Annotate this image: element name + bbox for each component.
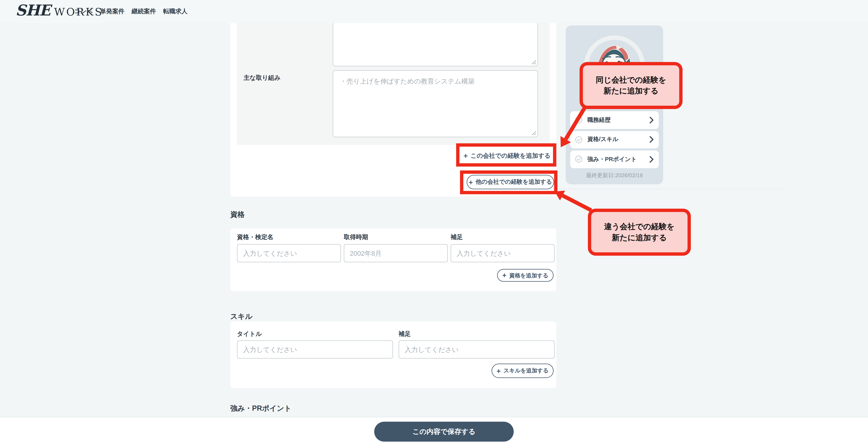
sidebar-item-label: 職務経歴: [587, 116, 611, 124]
callout-line: 新たに追加する: [612, 232, 667, 243]
sidebar-item-label: 資格/スキル: [587, 136, 619, 144]
last-updated-text: 最終更新日:2026/02/16: [566, 171, 663, 179]
strengths-heading: 強み・PRポイント: [230, 404, 291, 413]
sidebar-item-label: 強み・PRポイント: [587, 155, 637, 163]
main-nav: コンペ 単発案件 継続案件 転職求人: [74, 7, 188, 15]
nav-item-compe[interactable]: コンペ: [74, 7, 93, 15]
skill-note-label: 補足: [399, 330, 411, 338]
add-qualification-button[interactable]: + 資格を追加する: [497, 269, 554, 282]
top-navigation-bar: SHE WORKS コンペ 単発案件 継続案件 転職求人: [0, 0, 868, 23]
annotation-box-other-company: [460, 170, 557, 194]
page: 主な取り組み + この会社での経験を追加する + 他の会社での経験を追加する 資…: [0, 0, 868, 444]
chevron-right-icon: [649, 156, 654, 162]
qualification-date-input-wrap: [344, 244, 448, 262]
plus-icon: +: [502, 272, 506, 279]
add-qualification-label: 資格を追加する: [509, 272, 548, 279]
skill-note-input-wrap: [399, 341, 555, 359]
experience-detail-textarea[interactable]: [333, 22, 538, 66]
main-initiatives-textarea-wrap: [333, 70, 538, 137]
main-initiatives-label: 主な取り組み: [244, 73, 280, 82]
skill-title-input-wrap: [237, 341, 393, 359]
sidebar-item-career-history[interactable]: 職務経歴: [570, 111, 659, 129]
skill-title-label: タイトル: [237, 330, 262, 338]
chevron-right-icon: [649, 136, 654, 143]
experience-detail-textarea-wrap: [333, 22, 538, 66]
nav-item-job-offers[interactable]: 転職求人: [163, 7, 188, 15]
logo-she-text: SHE: [16, 2, 50, 19]
callout-line: 新たに追加する: [604, 86, 659, 96]
check-circle-icon: [575, 136, 582, 143]
main-initiatives-textarea[interactable]: [333, 70, 538, 137]
qualification-name-input-wrap: [237, 244, 341, 262]
qualification-note-input-wrap: [451, 244, 555, 262]
save-button[interactable]: この内容で保存する: [374, 422, 514, 442]
qualification-date-label: 取得時期: [344, 233, 368, 241]
nav-item-single-projects[interactable]: 単発案件: [100, 7, 124, 15]
skill-note-input[interactable]: [399, 341, 555, 359]
nav-item-ongoing-projects[interactable]: 継続案件: [131, 7, 156, 15]
check-circle-icon: [575, 116, 582, 123]
qualifications-heading: 資格: [230, 210, 245, 220]
qualification-name-input[interactable]: [237, 244, 341, 262]
callout-same-company: 同じ会社での経験を 新たに追加する: [580, 62, 683, 109]
skill-title-input[interactable]: [237, 341, 393, 359]
callout-line: 違う会社での経験を: [604, 221, 675, 232]
plus-icon: +: [497, 367, 501, 374]
skills-heading: スキル: [230, 312, 252, 321]
sidebar-item-qualifications-skills[interactable]: 資格/スキル: [570, 131, 659, 149]
add-skill-button[interactable]: + スキルを追加する: [492, 363, 554, 378]
check-circle-icon: [575, 156, 582, 163]
save-bar: この内容で保存する: [0, 417, 868, 444]
annotation-box-same-company: [456, 143, 556, 166]
qualification-note-label: 補足: [451, 233, 463, 241]
qualification-date-input[interactable]: [344, 244, 448, 262]
qualification-name-label: 資格・検定名: [237, 233, 274, 241]
callout-line: 同じ会社での経験を: [596, 74, 666, 86]
add-skill-label: スキルを追加する: [503, 367, 549, 375]
qualification-note-input[interactable]: [451, 244, 555, 262]
callout-other-company: 違う会社での経験を 新たに追加する: [588, 209, 691, 256]
sidebar-item-strengths[interactable]: 強み・PRポイント: [570, 151, 659, 168]
chevron-right-icon: [649, 117, 654, 123]
